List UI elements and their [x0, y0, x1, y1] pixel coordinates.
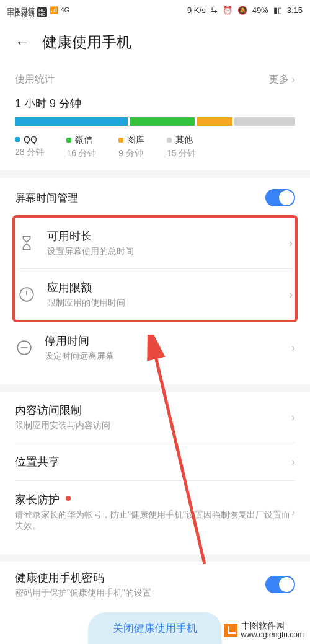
- password-toggle[interactable]: [265, 576, 295, 593]
- restrictions-section: 内容访问限制 限制应用安装与内容访问 › 位置共享 › 家长防护 请登录家长的华…: [0, 392, 310, 554]
- usage-seg-other: [234, 117, 295, 126]
- row-sub: 限制应用的使用时间: [47, 298, 289, 309]
- net-type: 4G: [61, 6, 70, 14]
- legend-time: 28 分钟: [15, 147, 44, 158]
- row-title: 应用限额: [47, 280, 289, 295]
- status-bar: 中国电信 HD 📶 4G 中国移动 HD 9 K/s ⇆ ⏰ 🔕 49% ▮▯ …: [0, 0, 310, 20]
- legend-time: 16 分钟: [66, 148, 95, 159]
- hourglass-icon: [17, 234, 36, 252]
- usage-bar-chart: [15, 117, 295, 126]
- chevron-right-icon: ›: [289, 237, 293, 250]
- legend-other: 其他 15 分钟: [167, 135, 196, 159]
- hd-badge-2: HD: [37, 12, 47, 17]
- row-title: 内容访问限制: [15, 403, 291, 418]
- row-sub: 请登录家长的华为帐号，防止"健康使用手机"设置因强制恢复出厂设置而失效。: [15, 509, 291, 532]
- mute-icon: 🔕: [237, 6, 247, 15]
- row-sub: 设置屏幕使用的总时间: [47, 246, 289, 257]
- available-time-row[interactable]: 可用时长 设置屏幕使用的总时间 ›: [17, 218, 293, 268]
- row-sub: 密码用于保护"健康使用手机"的设置: [15, 588, 265, 599]
- location-share-row[interactable]: 位置共享 ›: [15, 443, 295, 480]
- screen-time-title: 屏幕时间管理: [15, 191, 78, 205]
- chevron-right-icon: ›: [291, 506, 295, 519]
- screen-time-section: 屏幕时间管理 可用时长 设置屏幕使用的总时间 › 应用限额 限制应用的使用时间 …: [0, 178, 310, 384]
- usage-legend: QQ 28 分钟 微信 16 分钟 图库 9 分钟 其他 15 分钟: [15, 135, 295, 159]
- usage-section: 使用统计 更多 › 1 小时 9 分钟 QQ 28 分钟 微信 16 分钟 图库…: [0, 69, 310, 170]
- chevron-right-icon: ›: [291, 411, 295, 424]
- chevron-right-icon: ›: [291, 342, 295, 355]
- page-title: 健康使用手机: [42, 32, 131, 52]
- usage-total: 1 小时 9 分钟: [15, 96, 295, 111]
- legend-gallery: 图库 9 分钟: [118, 135, 144, 159]
- downtime-row[interactable]: 停用时间 设定时间远离屏幕 ›: [15, 331, 295, 373]
- chevron-right-icon: ›: [289, 288, 293, 301]
- app-limit-row[interactable]: 应用限额 限制应用的使用时间 ›: [17, 268, 293, 320]
- usage-seg-wechat: [130, 117, 194, 126]
- usage-label: 使用统计: [15, 73, 55, 86]
- carrier-2: 中国移动: [7, 10, 35, 19]
- hotspot-icon: ⇆: [211, 6, 218, 15]
- legend-time: 15 分钟: [167, 148, 196, 159]
- battery-icon: ▮▯: [273, 6, 282, 15]
- chevron-right-icon: ›: [291, 456, 295, 469]
- legend-dot-qq: [15, 137, 20, 142]
- page-header: ← 健康使用手机: [0, 20, 310, 69]
- row-title: 可用时长: [47, 229, 289, 244]
- legend-wechat: 微信 16 分钟: [66, 135, 95, 159]
- clock: 3:15: [287, 6, 303, 15]
- legend-dot-wechat: [66, 138, 71, 143]
- more-link[interactable]: 更多 ›: [269, 73, 295, 86]
- row-sub: 设定时间远离屏幕: [45, 351, 291, 362]
- highlight-annotation: 可用时长 设置屏幕使用的总时间 › 应用限额 限制应用的使用时间 ›: [12, 215, 298, 322]
- password-row[interactable]: 健康使用手机密码 密码用于保护"健康使用手机"的设置: [15, 562, 295, 610]
- row-title: 健康使用手机密码: [15, 570, 265, 585]
- legend-dot-other: [167, 138, 172, 143]
- legend-dot-gallery: [118, 138, 123, 143]
- legend-name: 微信: [75, 135, 92, 146]
- usage-seg-qq: [15, 117, 128, 126]
- badge-dot-icon: [66, 496, 71, 501]
- watermark-url: www.dgfengtu.com: [241, 631, 304, 639]
- usage-seg-gallery: [197, 117, 233, 126]
- legend-name: 其他: [175, 135, 193, 146]
- signal-icon: 📶: [50, 6, 58, 14]
- battery-pct: 49%: [252, 6, 268, 15]
- watermark-title: 丰图软件园: [241, 621, 304, 630]
- legend-name: 图库: [127, 135, 144, 146]
- net-speed: 9 K/s: [187, 6, 206, 15]
- watermark: 丰图软件园 www.dgfengtu.com: [221, 620, 306, 640]
- content-access-row[interactable]: 内容访问限制 限制应用安装与内容访问 ›: [15, 403, 295, 443]
- more-label: 更多: [269, 73, 289, 86]
- legend-name: QQ: [24, 135, 37, 144]
- legend-time: 9 分钟: [118, 148, 144, 159]
- screen-time-toggle[interactable]: [265, 189, 295, 206]
- close-feature-button[interactable]: 关闭健康使用手机: [88, 612, 222, 644]
- row-title: 家长防护: [15, 493, 60, 506]
- row-sub: 限制应用安装与内容访问: [15, 420, 291, 431]
- parent-protect-row[interactable]: 家长防护 请登录家长的华为帐号，防止"健康使用手机"设置因强制恢复出厂设置而失效…: [15, 480, 295, 543]
- row-title: 位置共享: [15, 454, 291, 469]
- back-icon[interactable]: ←: [15, 33, 30, 51]
- alarm-icon: ⏰: [223, 6, 232, 15]
- chevron-right-icon: ›: [291, 73, 295, 86]
- legend-qq: QQ 28 分钟: [15, 135, 44, 159]
- watermark-logo-icon: [224, 624, 237, 637]
- exclaim-circle-icon: [17, 285, 36, 304]
- minus-circle-icon: [15, 338, 33, 357]
- row-title: 停用时间: [45, 333, 291, 348]
